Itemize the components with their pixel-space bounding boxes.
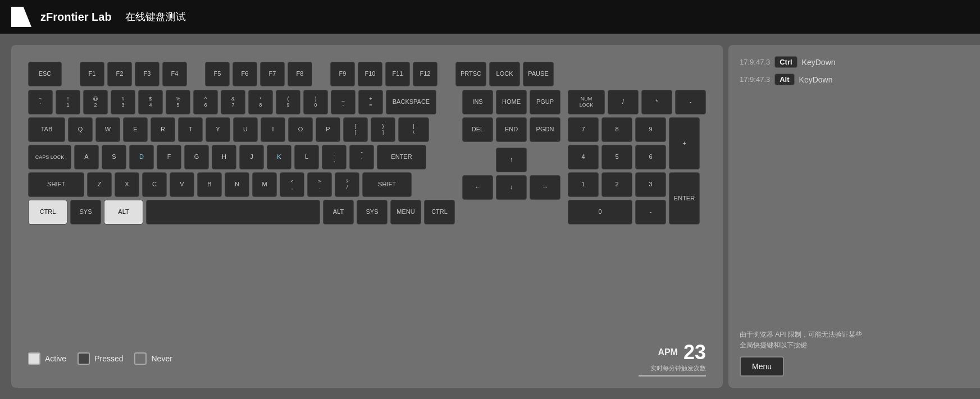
key-3[interactable]: #3 bbox=[111, 90, 135, 114]
key-del[interactable]: DEL bbox=[462, 117, 493, 142]
key-j[interactable]: J bbox=[239, 145, 264, 169]
key-lbracket[interactable]: {[ bbox=[343, 117, 368, 142]
key-up[interactable]: ↑ bbox=[496, 148, 527, 172]
key-f12[interactable]: F12 bbox=[413, 62, 437, 86]
key-comma[interactable]: <, bbox=[280, 172, 304, 197]
key-4[interactable]: $4 bbox=[138, 90, 163, 114]
key-y[interactable]: Y bbox=[206, 117, 230, 142]
key-f6[interactable]: F6 bbox=[233, 62, 257, 86]
key-np-0[interactable]: 0 bbox=[568, 200, 632, 224]
key-down[interactable]: ↓ bbox=[496, 175, 527, 200]
key-u[interactable]: U bbox=[233, 117, 258, 142]
key-alt-left[interactable]: ALT bbox=[104, 200, 143, 224]
key-l[interactable]: L bbox=[294, 145, 319, 169]
key-period[interactable]: >. bbox=[307, 172, 332, 197]
key-prtsc[interactable]: PRTSC bbox=[455, 62, 486, 86]
key-menu[interactable]: MENU bbox=[390, 200, 421, 224]
key-t[interactable]: T bbox=[178, 117, 203, 142]
key-rbracket[interactable]: }] bbox=[371, 117, 395, 142]
key-k[interactable]: K bbox=[267, 145, 291, 169]
key-alt-right[interactable]: ALT bbox=[323, 200, 354, 224]
key-8[interactable]: *8 bbox=[248, 90, 273, 114]
key-shift-right[interactable]: SHIFT bbox=[362, 172, 412, 197]
key-np-9[interactable]: 9 bbox=[635, 117, 666, 142]
key-tab[interactable]: TAB bbox=[28, 117, 65, 142]
key-n[interactable]: N bbox=[225, 172, 249, 197]
key-f5[interactable]: F5 bbox=[205, 62, 230, 86]
key-np-5[interactable]: 5 bbox=[601, 145, 632, 169]
key-f9[interactable]: F9 bbox=[330, 62, 355, 86]
key-p[interactable]: P bbox=[316, 117, 340, 142]
key-h[interactable]: H bbox=[212, 145, 236, 169]
key-pgdn[interactable]: PGDN bbox=[530, 117, 560, 142]
key-home[interactable]: HOME bbox=[496, 90, 527, 114]
key-i[interactable]: I bbox=[261, 117, 285, 142]
key-w[interactable]: W bbox=[95, 117, 120, 142]
key-np-7[interactable]: 7 bbox=[568, 117, 599, 142]
key-0[interactable]: )0 bbox=[303, 90, 328, 114]
key-q[interactable]: Q bbox=[68, 117, 93, 142]
key-f4[interactable]: F4 bbox=[162, 62, 187, 86]
key-sys-right[interactable]: SYS bbox=[357, 200, 388, 224]
key-d[interactable]: D bbox=[129, 145, 154, 169]
key-a[interactable]: A bbox=[74, 145, 99, 169]
key-tilde[interactable]: ~` bbox=[28, 90, 53, 114]
key-7[interactable]: &7 bbox=[221, 90, 245, 114]
key-f11[interactable]: F11 bbox=[385, 62, 410, 86]
key-np-slash[interactable]: / bbox=[608, 90, 639, 114]
key-np-6[interactable]: 6 bbox=[635, 145, 666, 169]
key-pause[interactable]: PAUSE bbox=[523, 62, 554, 86]
key-left[interactable]: ← bbox=[462, 175, 493, 200]
key-f3[interactable]: F3 bbox=[135, 62, 159, 86]
key-b[interactable]: B bbox=[197, 172, 222, 197]
key-np-3[interactable]: 3 bbox=[635, 172, 666, 197]
key-pgup[interactable]: PGUP bbox=[530, 90, 560, 114]
key-numlock[interactable]: NUMLOCK bbox=[568, 90, 605, 114]
key-np-mul[interactable]: * bbox=[641, 90, 672, 114]
key-f10[interactable]: F10 bbox=[358, 62, 382, 86]
key-np-8[interactable]: 8 bbox=[601, 117, 632, 142]
key-2[interactable]: @2 bbox=[83, 90, 108, 114]
key-np-2[interactable]: 2 bbox=[601, 172, 632, 197]
key-shift-left[interactable]: SHIFT bbox=[28, 172, 84, 197]
key-np-minus[interactable]: - bbox=[675, 90, 706, 114]
key-capslock[interactable]: CAPS LOCK bbox=[28, 145, 71, 169]
key-f1[interactable]: F1 bbox=[80, 62, 104, 86]
key-ctrl-left[interactable]: CTRL bbox=[28, 200, 67, 224]
key-9[interactable]: (9 bbox=[276, 90, 300, 114]
key-end[interactable]: END bbox=[496, 117, 527, 142]
key-x[interactable]: X bbox=[115, 172, 139, 197]
key-g[interactable]: G bbox=[184, 145, 209, 169]
menu-button[interactable]: Menu bbox=[740, 356, 784, 377]
key-e[interactable]: E bbox=[123, 117, 148, 142]
key-np-4[interactable]: 4 bbox=[568, 145, 599, 169]
key-f2[interactable]: F2 bbox=[107, 62, 132, 86]
key-np-1[interactable]: 1 bbox=[568, 172, 599, 197]
key-v[interactable]: V bbox=[170, 172, 194, 197]
key-equal[interactable]: += bbox=[358, 90, 383, 114]
key-z[interactable]: Z bbox=[87, 172, 112, 197]
key-c[interactable]: C bbox=[142, 172, 167, 197]
key-minus[interactable]: _- bbox=[331, 90, 355, 114]
key-enter[interactable]: ENTER bbox=[377, 145, 426, 169]
key-backslash[interactable]: |\ bbox=[398, 117, 429, 142]
key-np-dot[interactable]: - bbox=[635, 200, 666, 224]
key-np-plus[interactable]: + bbox=[669, 117, 700, 169]
key-o[interactable]: O bbox=[288, 117, 313, 142]
key-f8[interactable]: F8 bbox=[288, 62, 312, 86]
key-space[interactable] bbox=[146, 200, 320, 224]
key-esc[interactable]: ESC bbox=[28, 62, 62, 86]
key-quote[interactable]: "' bbox=[349, 145, 374, 169]
key-f[interactable]: F bbox=[157, 145, 181, 169]
key-colon[interactable]: :; bbox=[322, 145, 347, 169]
key-right[interactable]: → bbox=[530, 175, 560, 200]
key-1[interactable]: !1 bbox=[56, 90, 80, 114]
key-ins[interactable]: INS bbox=[462, 90, 493, 114]
key-sys-left[interactable]: SYS bbox=[70, 200, 101, 224]
key-np-enter[interactable]: ENTER bbox=[669, 172, 700, 224]
key-5[interactable]: %5 bbox=[166, 90, 190, 114]
key-ctrl-right[interactable]: CTRL bbox=[424, 200, 455, 224]
key-r[interactable]: R bbox=[151, 117, 175, 142]
key-s[interactable]: S bbox=[102, 145, 126, 169]
key-backspace[interactable]: BACKSPACE bbox=[386, 90, 436, 114]
